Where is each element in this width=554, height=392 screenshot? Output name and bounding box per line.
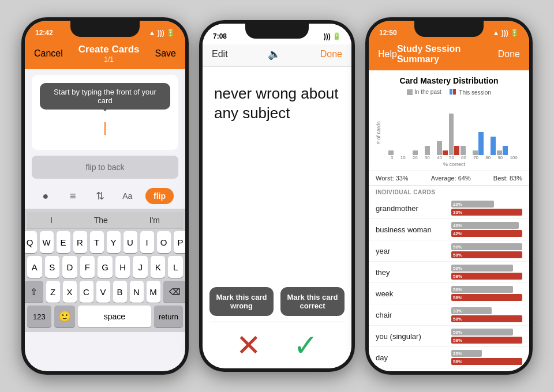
card-label: business woman (376, 225, 447, 234)
help-button[interactable]: Help (378, 49, 397, 59)
key-d[interactable]: D (62, 256, 77, 278)
card-list: grandmother20%33%business woman40%42%yea… (369, 198, 529, 368)
key-q[interactable]: Q (25, 231, 37, 253)
list-item: grandmother20%33% (369, 198, 529, 219)
status-icons-left: ▲ ))) 🔋 (148, 29, 175, 37)
space-key[interactable]: space (78, 306, 151, 327)
key-s[interactable]: S (45, 256, 60, 278)
correct-icon[interactable]: ✓ (293, 328, 319, 363)
key-g[interactable]: G (98, 256, 113, 278)
swap-tool[interactable]: ⇅ (91, 187, 110, 205)
keyboard-row-3: ⇧ Z X C V B N M ⌫ (27, 281, 183, 303)
status-icons-right: ▲ ))) 🔋 (492, 29, 519, 37)
bar-chart: # of cards 0102030405060708090100 % corr… (376, 98, 522, 167)
left-phone: 12:42 ▲ ))) 🔋 Cancel Create Cards 1/1 Sa… (21, 17, 189, 375)
individual-cards-header: INDIVIDUAL CARDS (369, 186, 529, 198)
keyboard-row-1: Q W E R T Y U I O P (27, 231, 183, 253)
stats-row: Worst: 33% Average: 64% Best: 83% (369, 171, 529, 186)
shift-key[interactable]: ⇧ (25, 281, 43, 303)
card-label: you (singular) (376, 332, 447, 341)
page-title-right: Study Session Summary (397, 44, 498, 65)
key-k[interactable]: K (151, 256, 166, 278)
mark-icons: ✕ ✓ (203, 322, 351, 368)
edit-button[interactable]: Edit (212, 49, 228, 59)
key-f[interactable]: F (80, 256, 95, 278)
save-button[interactable]: Save (155, 48, 176, 59)
done-button-center[interactable]: Done (320, 49, 342, 59)
center-phone: 7:08 ))) 🔋 Edit 🔈 Done never wrong about… (199, 20, 355, 372)
nav-bar-left: Cancel Create Cards 1/1 Save (25, 42, 185, 69)
x-axis-labels: 0102030405060708090100 (386, 155, 522, 160)
page-subtitle-left: 1/1 (78, 55, 140, 63)
cancel-button[interactable]: Cancel (34, 48, 63, 59)
key-t[interactable]: T (90, 231, 104, 253)
right-phone: 12:50 ▲ ))) 🔋 Help Study Session Summary… (365, 17, 533, 375)
delete-key[interactable]: ⌫ (163, 281, 186, 303)
list-item: you (singular)50%58% (369, 326, 529, 347)
stat-worst: Worst: 33% (376, 175, 409, 182)
key-a[interactable]: A (27, 256, 42, 278)
key-z[interactable]: Z (46, 281, 60, 303)
card-label: chair (376, 311, 447, 319)
done-button-right[interactable]: Done (498, 49, 520, 59)
card-label: year (376, 247, 447, 255)
stat-best: Best: 83% (493, 175, 522, 182)
status-icons-center: ))) 🔋 (324, 32, 341, 40)
status-time-left: 12:42 (35, 29, 53, 37)
key-p[interactable]: P (174, 231, 186, 253)
keyboard-bottom-row: 123 🙂 space return (27, 306, 183, 327)
card-label: week (376, 289, 447, 298)
page-title-left: Create Cards (78, 44, 140, 55)
key-m[interactable]: M (147, 281, 160, 303)
placeholder-tooltip: Start by typing the front of your card (40, 83, 170, 110)
flip-to-back-button[interactable]: flip to back (32, 156, 178, 179)
card-front-area[interactable]: Start by typing the front of your card (32, 75, 178, 150)
chart-bars (386, 98, 522, 155)
text-cursor (104, 122, 106, 135)
flip-button[interactable]: flip (145, 188, 174, 204)
chart-legend: In the past This session (376, 89, 522, 96)
x-axis-title: % correct (386, 161, 522, 167)
key-r[interactable]: R (73, 231, 87, 253)
key-e[interactable]: E (57, 231, 70, 253)
key-j[interactable]: J (133, 256, 148, 278)
notch-right (414, 21, 484, 37)
list-item: day25%58% (369, 347, 529, 368)
align-tool[interactable]: ≡ (63, 187, 82, 205)
key-w[interactable]: W (40, 231, 54, 253)
key-b[interactable]: B (113, 281, 127, 303)
bullet-tool[interactable]: ● (36, 187, 55, 205)
key-h[interactable]: H (115, 256, 130, 278)
key-i[interactable]: I (140, 231, 154, 253)
list-item: year50%50% (369, 240, 529, 262)
notch-center (245, 24, 309, 39)
stat-average: Average: 64% (431, 175, 471, 182)
key-x[interactable]: X (63, 281, 77, 303)
key-l[interactable]: L (168, 256, 183, 278)
mark-correct-button[interactable]: Mark this card correct (280, 287, 345, 316)
key-u[interactable]: U (123, 231, 137, 253)
num-key[interactable]: 123 (27, 306, 51, 327)
key-o[interactable]: O (157, 231, 171, 253)
key-n[interactable]: N (130, 281, 144, 303)
speaker-button[interactable]: 🔈 (268, 48, 280, 61)
card-label: grandmother (376, 204, 447, 213)
chart-title: Card Mastery Distribution (376, 76, 522, 85)
nav-bar-center: Edit 🔈 Done (203, 44, 351, 67)
list-item: they50%58% (369, 262, 529, 283)
key-y[interactable]: Y (107, 231, 121, 253)
summary-content: Card Mastery Distribution In the past Th… (369, 70, 529, 371)
font-tool[interactable]: Aa (118, 187, 137, 205)
key-v[interactable]: V (96, 281, 110, 303)
action-buttons: Mark this card wrong Mark this card corr… (203, 281, 351, 322)
keyboard-row-2: A S D F G H J K L (27, 256, 183, 278)
key-c[interactable]: C (80, 281, 93, 303)
wrong-icon[interactable]: ✕ (236, 328, 261, 363)
status-time-right: 12:50 (379, 29, 397, 37)
card-label: day (376, 353, 447, 362)
mark-wrong-button[interactable]: Mark this card wrong (209, 287, 274, 316)
key-suggestions: I The I'm (27, 212, 183, 229)
nav-bar-right: Help Study Session Summary Done (369, 42, 529, 70)
return-key[interactable]: return (154, 306, 183, 327)
emoji-key[interactable]: 🙂 (54, 306, 75, 327)
